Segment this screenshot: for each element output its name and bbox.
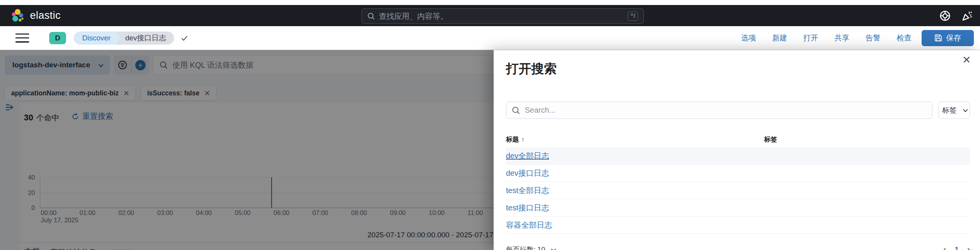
title-column-label: 标题 (506, 135, 519, 144)
sort-asc-icon: ↑ (521, 136, 524, 143)
flyout-footer: 每页行数: 10 ‹ 1 › (506, 245, 970, 250)
page-number[interactable]: 1 (955, 245, 959, 250)
toolbar-action-4[interactable]: 告警 (866, 33, 881, 43)
logo-text: elastic (30, 10, 61, 22)
toolbar-action-3[interactable]: 共享 (834, 33, 849, 43)
prev-page-icon[interactable]: ‹ (944, 245, 946, 250)
tags-column-label: 标签 (764, 135, 777, 144)
saved-search-link[interactable]: dev全部日志 (506, 151, 549, 161)
saved-search-list: dev全部日志dev接口日志test全部日志test接口日志容器全部日志 (506, 147, 970, 234)
breadcrumb: Discover dev接口日志 (74, 32, 189, 45)
saved-search-row-2[interactable]: test全部日志 (506, 182, 970, 199)
check-icon (180, 34, 189, 42)
news-icon[interactable] (961, 9, 974, 22)
flyout-search-placeholder: Search... (525, 106, 555, 115)
elastic-logo[interactable]: elastic (10, 8, 61, 23)
global-search-placeholder: 查找应用、内容等。 (379, 11, 448, 22)
top-strip (0, 0, 980, 5)
save-button[interactable]: 保存 (922, 30, 974, 46)
help-icon[interactable] (939, 9, 952, 22)
saved-search-row-3[interactable]: test接口日志 (506, 199, 970, 217)
breadcrumb-discover[interactable]: Discover (74, 32, 116, 45)
tag-filter-label: 标签 (942, 105, 957, 115)
space-avatar[interactable]: D (49, 32, 66, 44)
chevron-down-icon (551, 247, 556, 250)
next-page-icon[interactable]: › (967, 245, 970, 250)
search-icon (367, 12, 375, 20)
toolbar-action-2[interactable]: 打开 (803, 33, 818, 43)
rows-per-page-label: 每页行数: 10 (506, 245, 545, 250)
global-search-input[interactable]: 查找应用、内容等。 ^/ (361, 8, 644, 24)
shortcut-hint: ^/ (628, 12, 638, 21)
saved-search-link[interactable]: 容器全部日志 (506, 220, 552, 230)
save-icon (934, 34, 942, 42)
pagination: ‹ 1 › (944, 245, 970, 250)
flyout-search-input[interactable]: Search... (506, 102, 932, 119)
saved-search-row-4[interactable]: 容器全部日志 (506, 217, 970, 234)
toolbar-action-0[interactable]: 选项 (741, 33, 756, 43)
saved-search-list-header: 标题 ↑ 标签 (506, 135, 970, 148)
chevron-down-icon (963, 107, 968, 112)
rows-per-page-button[interactable]: 每页行数: 10 (506, 245, 555, 250)
toolbar-actions: 选项新建打开共享告警检查 (741, 33, 912, 43)
sort-by-title-header[interactable]: 标题 ↑ (506, 135, 764, 144)
elastic-logo-icon (10, 8, 25, 23)
flyout-search-row: Search... 标签 (506, 102, 970, 119)
toolbar-action-1[interactable]: 新建 (772, 33, 787, 43)
open-search-flyout: ✕ 打开搜索 Search... 标签 标题 ↑ 标签 dev全部日志dev接口 (494, 50, 980, 250)
saved-search-link[interactable]: test接口日志 (506, 203, 549, 213)
flyout-title: 打开搜索 (506, 60, 557, 78)
close-icon[interactable]: ✕ (960, 53, 973, 67)
global-header: elastic 查找应用、内容等。 ^/ (0, 5, 980, 26)
save-label: 保存 (946, 33, 961, 43)
tag-filter-button[interactable]: 标签 (939, 102, 970, 119)
saved-search-row-0[interactable]: dev全部日志 (506, 147, 970, 165)
discover-page: elastic 查找应用、内容等。 ^/ (0, 0, 980, 250)
search-icon (512, 106, 520, 115)
menu-icon[interactable] (15, 33, 29, 43)
saved-search-row-1[interactable]: dev接口日志 (506, 165, 970, 182)
app-toolbar: D Discover dev接口日志 选项新建打开共享告警检查 保存 (0, 26, 980, 50)
saved-search-link[interactable]: dev接口日志 (506, 168, 549, 178)
header-icons (939, 5, 974, 26)
toolbar-action-5[interactable]: 检查 (897, 33, 912, 43)
breadcrumb-current[interactable]: dev接口日志 (116, 32, 174, 45)
saved-search-link[interactable]: test全部日志 (506, 185, 549, 196)
